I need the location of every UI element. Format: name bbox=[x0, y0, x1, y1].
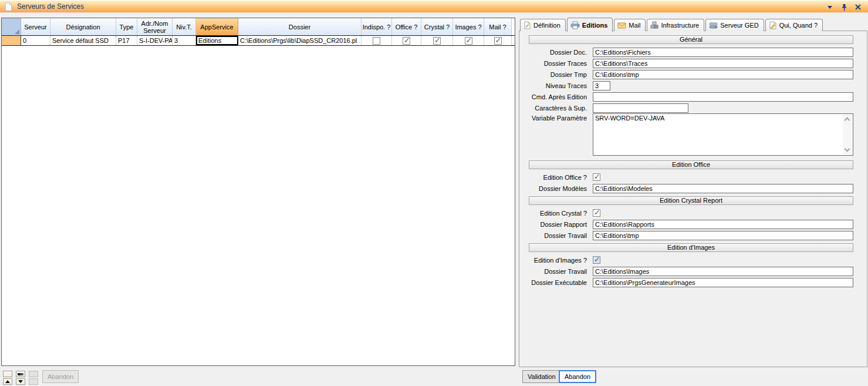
field-label: Niveau Traces bbox=[526, 82, 587, 89]
dossier-executable-input[interactable] bbox=[593, 278, 853, 287]
dossier-tmp-input[interactable] bbox=[593, 70, 853, 79]
validation-button[interactable]: Validation bbox=[522, 370, 561, 383]
table-tool-button-2[interactable] bbox=[16, 371, 25, 377]
section-header-edition-images: Edition d'Images bbox=[529, 243, 853, 252]
field-label: Edition d'Images ? bbox=[526, 257, 587, 264]
dossier-travail-crystal-input[interactable] bbox=[593, 231, 853, 240]
col-header-mail[interactable]: Mail ? bbox=[484, 18, 512, 35]
niveau-traces-input[interactable] bbox=[593, 81, 610, 90]
close-icon[interactable] bbox=[854, 3, 862, 11]
col-header-indispo[interactable]: Indispo. ? bbox=[362, 18, 392, 35]
field-label: Dossier Tmp bbox=[526, 71, 587, 78]
panel-title: Serveurs de Services bbox=[17, 2, 84, 11]
field-label: Dossier Exécutable bbox=[526, 279, 587, 286]
document-icon bbox=[5, 2, 12, 11]
images-checkbox[interactable] bbox=[465, 37, 472, 45]
variable-parametre-field: SRV-WORD=DEV-JAVA bbox=[593, 113, 853, 156]
select-all-corner[interactable] bbox=[2, 18, 21, 35]
field-label: Variable Paramètre bbox=[526, 113, 587, 122]
chevron-down-icon[interactable] bbox=[826, 3, 834, 11]
dossier-modeles-input[interactable] bbox=[593, 184, 853, 193]
scroll-up-icon[interactable] bbox=[845, 118, 850, 123]
edition-images-checkbox[interactable] bbox=[593, 256, 600, 264]
col-header-niv-t[interactable]: Niv.T. bbox=[173, 18, 196, 35]
cell-indispo bbox=[362, 36, 392, 45]
tab-serveur-ged[interactable]: Serveur GED bbox=[705, 19, 764, 31]
field-label: Dossier Modèles bbox=[526, 185, 587, 192]
scroll-down-icon[interactable] bbox=[845, 146, 850, 152]
tab-infrastructure[interactable]: Infrastructure bbox=[647, 19, 704, 31]
cell-dossier[interactable]: C:\Editions\Prgs\lib\DiapSSD_CR2016.pl bbox=[238, 36, 362, 45]
col-header-images[interactable]: Images ? bbox=[453, 18, 484, 35]
col-header-office[interactable]: Office ? bbox=[392, 18, 421, 35]
black-bar-icon bbox=[18, 373, 23, 375]
move-up-button[interactable] bbox=[3, 378, 12, 385]
pin-icon[interactable] bbox=[840, 3, 848, 11]
office-checkbox[interactable] bbox=[403, 37, 410, 45]
tab-qui-quand[interactable]: Qui, Quand ? bbox=[765, 19, 823, 31]
section-header-edition-office: Edition Office bbox=[529, 160, 853, 169]
cell-appservice-editing[interactable]: Editions bbox=[196, 36, 238, 45]
edit-page-icon bbox=[769, 21, 777, 29]
field-label: Caractères à Sup. bbox=[526, 105, 587, 112]
tab-label: Editions bbox=[582, 22, 607, 29]
col-header-serveur[interactable]: Serveur bbox=[21, 18, 50, 35]
row-selector[interactable] bbox=[2, 36, 21, 45]
server-icon bbox=[709, 22, 718, 29]
table-tool-button-1[interactable] bbox=[3, 371, 12, 377]
field-label: Dossier Traces bbox=[526, 60, 587, 67]
tab-label: Infrastructure bbox=[661, 22, 699, 29]
indispo-checkbox[interactable] bbox=[373, 37, 380, 45]
cmd-apres-edition-input[interactable] bbox=[593, 92, 853, 102]
down-triangle-icon bbox=[18, 380, 23, 383]
col-header-crystal[interactable]: Crystal ? bbox=[421, 18, 453, 35]
vertical-scrollbar[interactable] bbox=[843, 115, 852, 155]
tab-definition[interactable]: Définition bbox=[520, 19, 566, 31]
dossier-traces-input[interactable] bbox=[593, 59, 853, 68]
crystal-checkbox[interactable] bbox=[433, 37, 441, 45]
cell-designation[interactable]: Service défaut SSD bbox=[50, 36, 116, 45]
variable-parametre-textarea[interactable]: SRV-WORD=DEV-JAVA bbox=[593, 114, 842, 155]
cell-serveur[interactable]: 0 bbox=[21, 36, 50, 45]
edition-crystal-checkbox[interactable] bbox=[593, 209, 600, 217]
col-header-appservice[interactable]: AppService bbox=[196, 18, 238, 35]
abandon-button[interactable]: Abandon bbox=[559, 370, 596, 383]
corner-triangle-icon bbox=[15, 29, 19, 34]
col-header-adr-nom[interactable]: Adr./Nom Serveur bbox=[137, 18, 173, 35]
tab-label: Serveur GED bbox=[720, 22, 758, 29]
cell-type[interactable]: P17 bbox=[116, 36, 137, 45]
tab-editions[interactable]: Editions bbox=[567, 18, 613, 32]
cell-images bbox=[453, 36, 484, 45]
mail-checkbox[interactable] bbox=[494, 37, 502, 45]
field-label: Dossier Rapport bbox=[526, 221, 587, 228]
field-label: Edition Crystal ? bbox=[526, 210, 587, 217]
section-header-edition-crystal: Edition Crystal Report bbox=[529, 196, 853, 205]
move-down-button[interactable] bbox=[16, 378, 25, 385]
col-header-dossier[interactable]: Dossier bbox=[238, 18, 362, 35]
col-header-type[interactable]: Type bbox=[116, 18, 137, 35]
col-header-designation[interactable]: Désignation bbox=[50, 18, 116, 35]
field-label: Edition Office ? bbox=[526, 174, 587, 181]
field-label: Dossier Doc. bbox=[526, 49, 587, 56]
tab-label: Définition bbox=[533, 22, 560, 29]
caracteres-a-sup-input[interactable] bbox=[593, 103, 688, 113]
section-header-general: Général bbox=[529, 35, 853, 44]
cell-niv-t[interactable]: 3 bbox=[173, 36, 196, 45]
panel-titlebar: Serveurs de Services bbox=[0, 0, 868, 13]
printer-icon bbox=[570, 21, 580, 29]
edition-office-checkbox[interactable] bbox=[593, 173, 600, 181]
tab-label: Qui, Quand ? bbox=[779, 22, 818, 29]
grid-header-row: Serveur Désignation Type Adr./Nom Serveu… bbox=[2, 18, 515, 36]
dossier-doc-input[interactable] bbox=[593, 48, 853, 57]
dossier-travail-images-input[interactable] bbox=[593, 267, 853, 276]
tab-mail[interactable]: Mail bbox=[614, 19, 646, 31]
document-icon bbox=[523, 21, 531, 29]
dossier-rapport-input[interactable] bbox=[593, 220, 853, 229]
tab-label: Mail bbox=[629, 22, 640, 29]
cell-mail bbox=[484, 36, 512, 45]
cell-adr-nom[interactable]: S-I-DEV-PA bbox=[137, 36, 173, 45]
up-triangle-icon bbox=[5, 380, 10, 383]
table-tool-button-3 bbox=[29, 371, 38, 377]
field-label: Cmd. Après Edition bbox=[526, 93, 587, 100]
services-grid: Serveur Désignation Type Adr./Nom Serveu… bbox=[1, 18, 515, 366]
